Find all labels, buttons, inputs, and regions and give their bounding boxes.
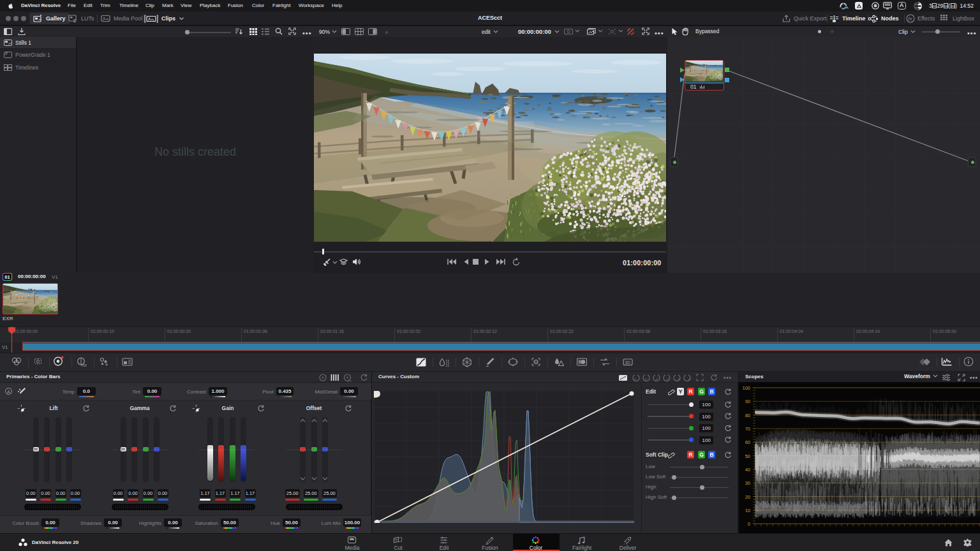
svg-text:HDR: HDR — [82, 364, 87, 367]
svg-text:70: 70 — [745, 426, 750, 432]
svg-text:20: 20 — [745, 494, 750, 500]
svg-text:80: 80 — [745, 413, 750, 418]
svg-text:0: 0 — [748, 521, 750, 527]
svg-text:10: 10 — [745, 508, 750, 513]
svg-text:fx: fx — [908, 16, 912, 22]
svg-text:50: 50 — [745, 453, 750, 459]
svg-text:3D: 3D — [625, 360, 630, 365]
svg-text:60: 60 — [745, 439, 750, 445]
svg-text:LOG: LOG — [347, 380, 352, 383]
svg-text:30: 30 — [745, 480, 750, 486]
svg-text:90: 90 — [745, 399, 750, 404]
svg-text:40: 40 — [745, 467, 750, 473]
svg-text:100: 100 — [742, 385, 750, 391]
